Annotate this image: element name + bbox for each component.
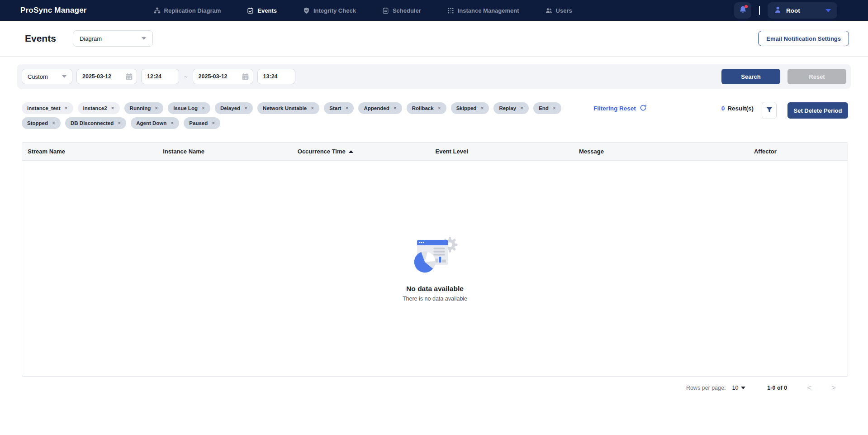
start-date-input[interactable] bbox=[76, 69, 137, 84]
nav-item-instance-management[interactable]: Instance Management bbox=[447, 7, 519, 14]
page-header: Events Diagram Email Notification Settin… bbox=[0, 21, 868, 57]
chip-close-icon[interactable]: × bbox=[394, 105, 397, 111]
start-time-input[interactable] bbox=[141, 69, 179, 84]
search-button[interactable]: Search bbox=[721, 69, 780, 84]
clipboard-icon bbox=[382, 7, 389, 14]
nav-item-label: Integrity Check bbox=[313, 7, 356, 14]
filter-funnel-button[interactable] bbox=[762, 102, 777, 119]
filter-chip[interactable]: Replay× bbox=[493, 102, 529, 114]
end-date-input[interactable] bbox=[193, 69, 253, 84]
filtering-reset-link[interactable]: Filtering Reset bbox=[593, 104, 647, 113]
chip-close-icon[interactable]: × bbox=[520, 105, 523, 111]
chip-close-icon[interactable]: × bbox=[311, 105, 314, 111]
calendar-check-icon bbox=[247, 7, 254, 14]
filter-chip[interactable]: End× bbox=[533, 102, 561, 114]
chip-close-icon[interactable]: × bbox=[171, 120, 174, 126]
rows-per-page-value: 10 bbox=[732, 385, 738, 391]
nav-item-scheduler[interactable]: Scheduler bbox=[382, 7, 421, 14]
chip-close-icon[interactable]: × bbox=[212, 120, 215, 126]
pagination-bar: Rows per page: 10 1-0 of 0 < > bbox=[0, 384, 836, 392]
notification-badge bbox=[745, 5, 748, 8]
filter-chip[interactable]: instance2× bbox=[78, 102, 120, 114]
column-header-occurrence-time[interactable]: Occurrence Time bbox=[292, 148, 430, 155]
previous-page-button[interactable]: < bbox=[807, 384, 811, 392]
page-range: 1-0 of 0 bbox=[767, 385, 787, 391]
nav-item-label: Users bbox=[556, 7, 572, 14]
view-type-value: Diagram bbox=[80, 35, 142, 42]
person-icon bbox=[774, 6, 782, 15]
rows-per-page-label: Rows per page: bbox=[686, 385, 726, 391]
chip-close-icon[interactable]: × bbox=[65, 105, 68, 111]
refresh-icon bbox=[640, 104, 647, 113]
filter-chip[interactable]: Agent Down× bbox=[131, 117, 179, 129]
email-notification-settings-button[interactable]: Email Notification Settings bbox=[758, 31, 849, 46]
sort-asc-icon bbox=[349, 150, 353, 153]
filter-chip[interactable]: Skipped× bbox=[451, 102, 489, 114]
filter-chip[interactable]: Issue Log× bbox=[168, 102, 210, 114]
main-nav: Replication Diagram Events Integrity Che… bbox=[154, 7, 572, 14]
filter-chip[interactable]: Network Unstable× bbox=[257, 102, 319, 114]
filter-bar: Custom ~ Search Reset bbox=[17, 64, 851, 89]
nav-divider bbox=[759, 6, 760, 15]
nav-right-group: Root bbox=[734, 2, 837, 19]
filter-chips: instance_test× instance2× Running× Issue… bbox=[22, 102, 587, 129]
chip-close-icon[interactable]: × bbox=[52, 120, 55, 126]
chip-close-icon[interactable]: × bbox=[345, 105, 348, 111]
view-type-select[interactable]: Diagram bbox=[73, 30, 153, 47]
user-name: Root bbox=[786, 7, 821, 14]
column-header-affector[interactable]: Affector bbox=[749, 148, 848, 155]
chip-close-icon[interactable]: × bbox=[202, 105, 205, 111]
filter-chip[interactable]: Start× bbox=[324, 102, 354, 114]
column-header-instance-name[interactable]: Instance Name bbox=[157, 148, 292, 155]
nav-item-replication-diagram[interactable]: Replication Diagram bbox=[154, 7, 221, 14]
empty-state: No data available There is no data avail… bbox=[403, 235, 467, 302]
table-body: No data available There is no data avail… bbox=[22, 161, 848, 376]
rows-per-page-select[interactable]: 10 bbox=[732, 385, 745, 391]
chip-close-icon[interactable]: × bbox=[155, 105, 158, 111]
nav-item-label: Instance Management bbox=[458, 7, 519, 14]
filter-chip[interactable]: Rollback× bbox=[407, 102, 446, 114]
column-header-message[interactable]: Message bbox=[574, 148, 749, 155]
chevron-down-icon bbox=[142, 37, 146, 40]
nav-item-integrity-check[interactable]: Integrity Check bbox=[303, 7, 356, 14]
filter-chip[interactable]: instance_test× bbox=[22, 102, 73, 114]
chip-close-icon[interactable]: × bbox=[244, 105, 247, 111]
notifications-button[interactable] bbox=[734, 2, 751, 19]
reset-button[interactable]: Reset bbox=[787, 69, 846, 84]
user-menu[interactable]: Root bbox=[768, 2, 837, 19]
chip-close-icon[interactable]: × bbox=[118, 120, 121, 126]
filter-chip[interactable]: Delayed× bbox=[215, 102, 253, 114]
filter-chip[interactable]: Stopped× bbox=[22, 117, 61, 129]
empty-state-subtitle: There is no data available bbox=[403, 296, 467, 302]
chip-close-icon[interactable]: × bbox=[480, 105, 484, 111]
shield-check-icon bbox=[303, 7, 310, 14]
set-delete-period-button[interactable]: Set Delete Period bbox=[787, 102, 848, 119]
chip-close-icon[interactable]: × bbox=[553, 105, 556, 111]
nav-item-label: Replication Diagram bbox=[164, 7, 221, 14]
filter-chip[interactable]: Paused× bbox=[184, 117, 220, 129]
range-separator: ~ bbox=[183, 73, 189, 80]
app-title: ProSync Manager bbox=[20, 6, 87, 15]
chevron-down-icon bbox=[62, 75, 66, 78]
nav-item-users[interactable]: Users bbox=[545, 7, 572, 14]
chevron-down-icon bbox=[825, 9, 831, 12]
date-range-select[interactable]: Custom bbox=[22, 69, 72, 84]
page-title: Events bbox=[25, 33, 56, 44]
chip-close-icon[interactable]: × bbox=[111, 105, 114, 111]
end-date-wrapper bbox=[193, 69, 253, 84]
funnel-icon bbox=[766, 106, 773, 115]
filter-chip[interactable]: DB Disconnected× bbox=[65, 117, 126, 129]
result-count-label: Result(s) bbox=[727, 105, 754, 112]
filter-chips-toolbar: instance_test× instance2× Running× Issue… bbox=[22, 102, 848, 129]
empty-state-title: No data available bbox=[403, 285, 467, 293]
nav-item-label: Events bbox=[257, 7, 277, 14]
column-header-event-level[interactable]: Event Level bbox=[430, 148, 574, 155]
end-time-input[interactable] bbox=[257, 69, 295, 84]
next-page-button[interactable]: > bbox=[831, 384, 836, 392]
filter-chip[interactable]: Appended× bbox=[358, 102, 402, 114]
chip-close-icon[interactable]: × bbox=[438, 105, 441, 111]
no-data-illustration bbox=[408, 235, 461, 277]
nav-item-events[interactable]: Events bbox=[247, 7, 277, 14]
filter-chip[interactable]: Running× bbox=[124, 102, 164, 114]
column-header-stream-name[interactable]: Stream Name bbox=[22, 148, 157, 155]
